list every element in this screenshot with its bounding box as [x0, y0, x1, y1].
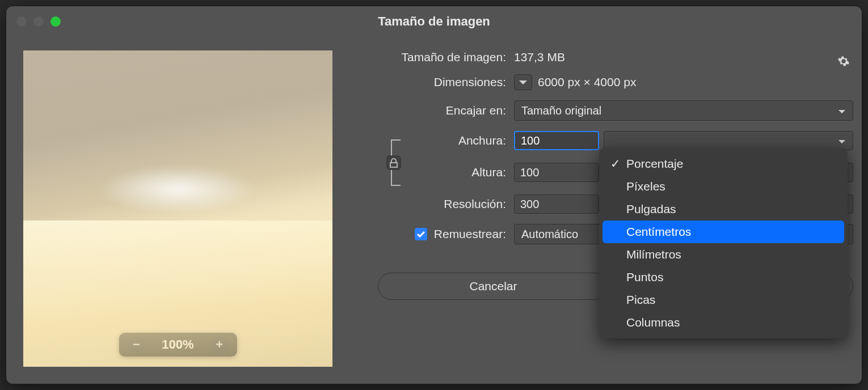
minimize-window-button[interactable]	[33, 16, 44, 27]
resolution-input[interactable]	[514, 194, 599, 214]
units-option[interactable]: ✓Porcentaje	[602, 152, 844, 175]
constrain-proportions-icon[interactable]	[384, 134, 408, 191]
width-units-select[interactable]	[604, 131, 853, 150]
units-dropdown-menu: ✓PorcentajePíxelesPulgadasCentímetrosMil…	[599, 148, 848, 338]
fit-to-label: Encajar en:	[372, 104, 514, 117]
chevron-down-icon	[838, 104, 846, 117]
dimensions-label: Dimensiones:	[372, 75, 514, 89]
chevron-down-icon	[838, 134, 846, 147]
height-label: Altura:	[408, 166, 514, 179]
image-size-value: 137,3 MB	[514, 50, 565, 64]
units-option[interactable]: Puntos	[602, 266, 844, 289]
width-label: Anchura:	[408, 134, 514, 147]
close-window-button[interactable]	[16, 16, 27, 27]
image-size-label: Tamaño de imagen:	[372, 50, 514, 64]
resample-label: Remuestrear:	[434, 227, 506, 241]
fit-to-select[interactable]: Tamaño original	[514, 100, 853, 121]
cancel-button[interactable]: Cancelar	[378, 273, 609, 300]
maximize-window-button[interactable]	[50, 16, 61, 27]
zoom-level: 100%	[162, 337, 193, 352]
height-input[interactable]	[514, 163, 599, 182]
dimensions-value: 6000 px × 4000 px	[538, 75, 636, 89]
zoom-in-button[interactable]: +	[211, 336, 228, 353]
image-size-dialog: Tamaño de imagen − 100% + Tamaño de imag…	[6, 6, 862, 384]
units-option[interactable]: Milímetros	[602, 243, 844, 266]
units-option[interactable]: Píxeles	[602, 175, 844, 198]
width-input[interactable]	[514, 131, 599, 150]
units-option[interactable]: Pulgadas	[602, 198, 844, 221]
settings-menu-button[interactable]	[837, 55, 853, 71]
resolution-label: Resolución:	[372, 197, 514, 211]
zoom-control: − 100% +	[119, 333, 237, 357]
titlebar: Tamaño de imagen	[6, 6, 862, 37]
units-option[interactable]: Centímetros	[602, 221, 844, 243]
window-controls	[16, 16, 61, 27]
resample-checkbox[interactable]	[415, 228, 427, 240]
units-option[interactable]: Columnas	[602, 311, 844, 334]
units-option[interactable]: Picas	[602, 289, 844, 311]
dimensions-units-button[interactable]	[514, 74, 532, 90]
image-preview: − 100% +	[23, 50, 332, 367]
zoom-out-button[interactable]: −	[128, 336, 145, 353]
window-title: Tamaño de imagen	[6, 14, 862, 29]
